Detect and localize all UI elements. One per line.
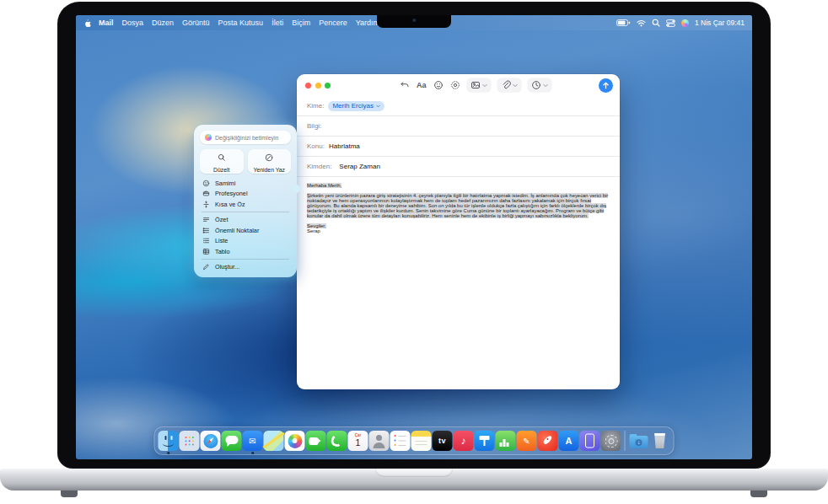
describe-change-input[interactable]: Değişikliğinizi betimleyin <box>200 131 291 144</box>
icon-art <box>159 431 179 451</box>
dock-mail-icon[interactable]: ✉ <box>243 431 263 451</box>
dock-iphone-mirroring-icon[interactable] <box>580 431 600 451</box>
format-button[interactable]: Aa <box>417 81 427 89</box>
minimize-button[interactable] <box>315 83 321 88</box>
stamp-icon[interactable] <box>450 80 460 90</box>
dock-rocket-icon[interactable] <box>538 431 558 451</box>
mail-compose-window: Aa <box>297 74 620 389</box>
writing-tools-item-professional[interactable]: Profesyonel <box>200 189 291 200</box>
desktop: MailDosyaDüzenGörüntüPosta KutusuİletiBi… <box>76 15 752 459</box>
dock-reminders-icon[interactable] <box>390 431 411 451</box>
menu-separator <box>202 212 289 212</box>
dock-calendar-icon[interactable]: Çar1 <box>348 431 368 451</box>
dock-phone-icon[interactable] <box>327 431 347 451</box>
writing-tools-item-list[interactable]: Liste <box>200 236 291 247</box>
apple-intelligence-icon <box>205 134 212 141</box>
dock-safari-icon[interactable] <box>201 431 221 451</box>
zoom-button[interactable] <box>325 83 331 88</box>
field-row-from[interactable]: Kimden:Serap Zaman <box>297 157 620 177</box>
search-icon[interactable] <box>652 19 660 27</box>
icon-art <box>288 434 302 448</box>
macbook: MailDosyaDüzenGörüntüPosta KutusuİletiBi… <box>0 0 828 504</box>
dock-app-store-icon[interactable]: A <box>559 431 579 451</box>
field-row-cc[interactable]: Bilgi: <box>297 116 620 137</box>
apple-logo-icon[interactable] <box>83 19 92 28</box>
menu-item-4[interactable]: Posta Kutusu <box>218 19 264 27</box>
dock-messages-icon[interactable] <box>222 431 242 451</box>
field-value-subject: Hatırlatma <box>329 142 360 150</box>
field-value-to[interactable]: Merih Erciyas <box>328 101 384 111</box>
clock-icon <box>531 80 541 90</box>
control-center-icon[interactable] <box>666 19 675 27</box>
menu-bar-clock[interactable]: 1 Nis Çar 09:41 <box>695 19 745 27</box>
field-row-subject[interactable]: Konu:Hatırlatma <box>297 137 620 157</box>
photo-browser-button[interactable] <box>467 78 491 92</box>
dock-downloads-icon[interactable]: ↓ <box>629 431 649 451</box>
dock-pages-icon[interactable]: ✎ <box>517 431 537 451</box>
field-value-text-subject: Hatırlatma <box>329 142 360 150</box>
menu-item-8[interactable]: Yardım <box>356 19 379 27</box>
dock-music-icon[interactable]: ♪ <box>454 431 474 451</box>
dock-contacts-icon[interactable] <box>369 431 390 451</box>
send-button[interactable] <box>599 78 613 93</box>
music-glyph: ♪ <box>454 431 474 451</box>
chevron-down-icon <box>376 105 380 108</box>
attachment-button[interactable] <box>497 78 521 92</box>
key-points-icon <box>202 227 210 234</box>
icon-art <box>496 431 516 451</box>
dock-finder-icon[interactable] <box>159 431 179 451</box>
menu-bar-items: MailDosyaDüzenGörüntüPosta KutusuİletiBi… <box>99 19 379 27</box>
field-label-cc: Bilgi: <box>307 122 321 130</box>
dock-numbers-icon[interactable] <box>496 431 516 451</box>
menu-item-5[interactable]: İleti <box>272 19 283 27</box>
professional-label: Profesyonel <box>215 190 248 197</box>
writing-tools-item-key-points[interactable]: Önemli Noktalar <box>200 225 291 236</box>
dock-settings-icon[interactable] <box>601 431 621 451</box>
list-icon <box>202 237 210 244</box>
summary-label: Özet <box>215 216 228 223</box>
camera-notch <box>377 15 451 28</box>
dock-tv-icon[interactable]: tv <box>433 431 453 451</box>
emoji-icon[interactable] <box>433 80 444 90</box>
dock-keynote-icon[interactable] <box>475 431 495 451</box>
writing-tools-item-summary[interactable]: Özet <box>200 215 291 226</box>
menu-bar-status: 1 Nis Çar 09:41 <box>616 19 745 27</box>
menu-item-2[interactable]: Düzen <box>152 19 174 27</box>
undo-icon[interactable] <box>400 80 410 90</box>
dock-photos-icon[interactable] <box>285 431 305 451</box>
menu-item-1[interactable]: Dosya <box>122 19 144 27</box>
rewrite-label: Yeniden Yaz <box>254 167 285 173</box>
message-body[interactable]: Merhaba Merih, Şirketin yeni ürünlerinin… <box>297 177 620 389</box>
dock-trash-icon[interactable] <box>650 431 670 451</box>
menu-item-0[interactable]: Mail <box>99 19 114 27</box>
icon-art <box>306 431 326 451</box>
macbook-foot-right <box>750 491 767 497</box>
writing-tools-menu: SamimiProfesyonelKısa ve ÖzÖzetÖnemli No… <box>200 178 291 272</box>
menu-separator <box>202 259 289 260</box>
dock-facetime-icon[interactable] <box>306 431 326 451</box>
menu-item-6[interactable]: Biçim <box>292 19 310 27</box>
menu-item-7[interactable]: Pencere <box>319 19 347 27</box>
siri-icon[interactable] <box>681 19 689 27</box>
dock-launchpad-icon[interactable] <box>180 431 200 451</box>
dock-maps-icon[interactable] <box>264 431 284 451</box>
writing-tools-item-table[interactable]: Tablo <box>200 246 291 257</box>
wifi-icon[interactable] <box>637 19 646 27</box>
macbook-base <box>0 469 828 491</box>
proofread-button[interactable]: Düzelt <box>200 149 244 174</box>
arrow-up-icon <box>601 81 610 90</box>
field-row-to[interactable]: Kime:Merih Erciyas <box>297 96 620 116</box>
menu-item-3[interactable]: Görüntü <box>182 19 210 27</box>
writing-tools-item-compose[interactable]: Oluştur... <box>200 262 291 273</box>
writing-tools-item-friendly[interactable]: Samimi <box>200 178 291 189</box>
briefcase-icon <box>202 190 210 197</box>
summary-icon <box>202 216 210 223</box>
send-later-button[interactable] <box>528 78 551 92</box>
dock-notes-icon[interactable] <box>411 431 432 451</box>
field-label-to: Kime: <box>307 102 324 110</box>
rewrite-button[interactable]: Yeniden Yaz <box>248 149 292 174</box>
close-button[interactable] <box>305 83 311 88</box>
writing-tools-item-concise[interactable]: Kısa ve Öz <box>200 199 291 210</box>
battery-icon[interactable] <box>616 19 631 26</box>
describe-change-placeholder: Değişikliğinizi betimleyin <box>215 135 278 141</box>
